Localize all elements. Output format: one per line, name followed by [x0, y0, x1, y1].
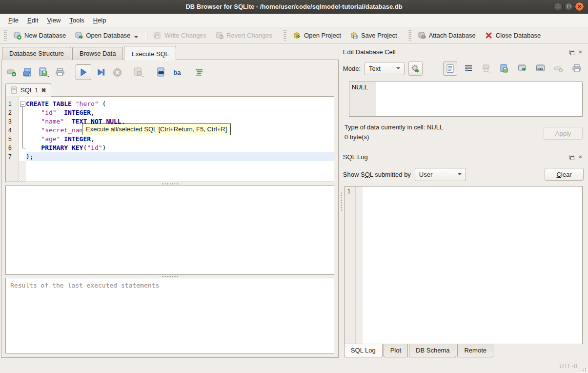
open-project-button[interactable]: Open Project [288, 29, 345, 42]
open-database-dropdown-icon[interactable] [134, 36, 138, 38]
set-null-button [551, 62, 566, 76]
main-area: Database Structure Browse Data Execute S… [0, 44, 588, 359]
tab-execute-sql[interactable]: Execute SQL [124, 46, 176, 61]
sql-editor[interactable]: 1234567 CREATE TABLE "hero" ( "id" INTEG… [5, 97, 334, 182]
close-button[interactable]: ✕ [575, 2, 584, 11]
toolbar-drag-handle[interactable] [4, 30, 7, 41]
submitted-by-combobox[interactable]: User [415, 168, 466, 181]
maximize-button[interactable] [564, 2, 573, 11]
print-cell-button[interactable] [569, 62, 584, 76]
menu-help[interactable]: Help [89, 15, 111, 26]
edit-cell-dock-titlebar: Edit Database Cell ✕ [343, 46, 584, 58]
word-wrap-button[interactable] [461, 62, 475, 76]
find-icon [156, 67, 166, 77]
bottom-dock-tab-bar: SQL Log Plot DB Schema Remote [343, 344, 584, 359]
format-icon [195, 68, 203, 76]
open-project-icon [293, 31, 301, 40]
dock-float-button[interactable] [568, 154, 574, 160]
close-database-icon [485, 31, 493, 40]
stop-icon [113, 68, 122, 77]
splitter-handle[interactable] [5, 182, 334, 186]
minimize-button[interactable]: — [553, 2, 563, 11]
sql-log-dock-title: SQL Log [343, 153, 568, 161]
copy-link-button[interactable] [533, 62, 547, 76]
auto-switch-mode-button[interactable] [408, 62, 423, 76]
left-tab-widget: Database Structure Browse Data Execute S… [0, 44, 340, 359]
code-area[interactable]: CREATE TABLE "hero" ( "id" INTEGER, "nam… [26, 97, 334, 182]
toolbar-drag-handle[interactable] [408, 30, 411, 41]
log-fold-margin [356, 186, 363, 344]
print-sql-button[interactable] [54, 66, 66, 79]
menu-view[interactable]: View [42, 15, 65, 26]
open-sql-file-button[interactable] [21, 66, 34, 79]
close-database-button[interactable]: Close Database [480, 29, 546, 42]
dock-close-button[interactable]: ✕ [577, 49, 584, 55]
document-icon [446, 64, 454, 73]
float-icon [569, 155, 573, 159]
tab-sql-log[interactable]: SQL Log [344, 344, 383, 357]
resize-grip[interactable] [581, 366, 587, 372]
log-text-area[interactable] [363, 186, 582, 344]
attach-database-button[interactable]: Attach Database [413, 29, 480, 42]
import-icon [482, 64, 491, 73]
word-wrap-icon [464, 64, 473, 72]
results-message-pane[interactable]: Results of the last executed statements [5, 278, 334, 353]
execute-sql-button[interactable] [76, 64, 91, 80]
tab-plot[interactable]: Plot [384, 344, 408, 357]
menu-file[interactable]: File [4, 15, 23, 26]
fold-margin[interactable] [19, 97, 26, 182]
close-tab-icon[interactable]: ✖ [41, 87, 46, 94]
auto-completion-button[interactable]: ba [171, 66, 183, 79]
splitter-dots-icon [341, 192, 342, 211]
execute-current-line-button[interactable] [95, 66, 107, 79]
sql-tab-label: SQL 1 [20, 86, 38, 94]
format-sql-button[interactable] [193, 66, 205, 79]
open-in-external-button[interactable] [515, 62, 529, 76]
save-project-button[interactable]: Save Project [345, 29, 402, 42]
tab-db-schema[interactable]: DB Schema [409, 344, 456, 357]
new-database-icon [13, 31, 21, 40]
menu-edit[interactable]: Edit [23, 15, 42, 26]
new-sql-tab-button[interactable] [5, 66, 18, 79]
text-view-button[interactable] [443, 62, 457, 76]
main-toolbar: New Database Open Database Write Changes… [0, 27, 588, 44]
tab-database-structure[interactable]: Database Structure [2, 47, 71, 60]
open-database-label: Open Database [86, 32, 130, 39]
save-project-label: Save Project [361, 32, 397, 39]
tab-remote[interactable]: Remote [457, 344, 493, 357]
dock-close-button[interactable]: ✕ [577, 154, 584, 160]
maximize-icon [567, 5, 570, 8]
external-window-icon [518, 64, 527, 73]
splitter-dots-icon [162, 276, 178, 277]
gear-arrow-icon [411, 64, 420, 73]
cell-info-row: Type of data currently in cell: NULL 0 b… [343, 117, 584, 148]
mode-label: Mode: [343, 65, 361, 72]
results-grid-pane[interactable] [5, 186, 334, 275]
sql-log-filter-row: Show SQL submitted by User Clear [343, 163, 584, 183]
dock-float-button[interactable] [568, 49, 574, 55]
apply-button: Apply [544, 127, 583, 140]
cell-mode-row: Mode: Text [343, 58, 584, 77]
fold-markers[interactable] [19, 97, 26, 161]
sql-log-view[interactable]: 1 [345, 186, 583, 344]
toolbar-drag-handle[interactable] [284, 30, 286, 41]
export-cell-button[interactable] [497, 62, 511, 76]
tab-browse-data[interactable]: Browse Data [72, 47, 123, 60]
encoding-indicator[interactable]: UTF-8 [559, 362, 577, 370]
mode-combobox[interactable]: Text [365, 62, 405, 75]
write-changes-icon [153, 31, 162, 40]
window-title: DB Browser for SQLite - /home/user/code/… [185, 3, 402, 10]
find-button[interactable] [155, 66, 167, 79]
sql-document-tab[interactable]: SQL 1 ✖ [5, 83, 51, 97]
clear-log-button[interactable]: Clear [545, 168, 584, 181]
window-controls: — ✕ [553, 2, 584, 11]
sql-toolbar: ba [5, 63, 334, 82]
cell-value-editor[interactable]: NULL [349, 82, 583, 117]
dock-splitter[interactable] [340, 44, 343, 359]
filter-value: User [419, 171, 432, 178]
menu-tools[interactable]: Tools [65, 15, 88, 26]
save-sql-file-button[interactable] [38, 66, 50, 79]
new-database-button[interactable]: New Database [9, 29, 70, 42]
revert-changes-button: Revert Changes [211, 29, 277, 42]
open-database-button[interactable]: Open Database [70, 29, 142, 42]
